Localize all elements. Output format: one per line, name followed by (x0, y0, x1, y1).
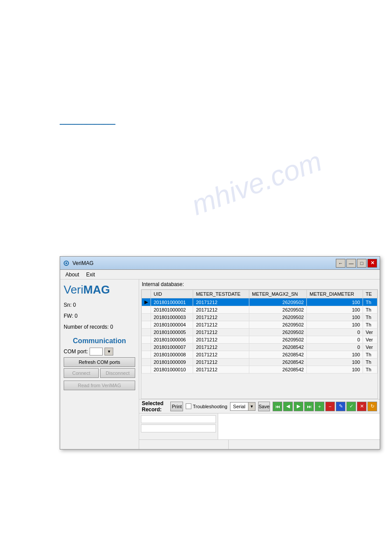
cell-date: 20171212 (193, 344, 249, 351)
row-arrow (142, 321, 151, 329)
cell-te: Th (363, 298, 378, 306)
cell-te: Th (363, 366, 378, 374)
cell-diameter: 100 (307, 351, 363, 359)
nav-next-icon[interactable]: ▶ (294, 402, 303, 411)
cell-date: 20171212 (193, 306, 249, 314)
database-label: Internal database: (139, 279, 380, 289)
disconnect-button[interactable]: Disconnect (100, 368, 135, 378)
selected-record-label: Selected Record: (142, 400, 166, 413)
title-bar-left: VeriMAG (63, 260, 94, 267)
svg-point-1 (65, 262, 67, 264)
cell-date: 20171212 (193, 314, 249, 321)
left-panel: VeriMAG Sn: 0 FW: 0 Number of records: 0… (60, 279, 139, 449)
col-diameter[interactable]: METER_DIAMETER (307, 290, 363, 298)
col-arrow (142, 290, 151, 298)
window-title: VeriMAG (72, 260, 94, 266)
cell-diameter: 100 (307, 366, 363, 374)
bottom-toolbar: Selected Record: Print Troubleshooting S… (139, 399, 380, 413)
row-arrow (142, 366, 151, 374)
cell-diameter: 0 (307, 336, 363, 344)
save-button[interactable]: Save (258, 402, 270, 411)
communication-section: Communication COM port: ▼ Refresh COM po… (64, 337, 135, 392)
refresh-icon[interactable]: ↻ (367, 402, 377, 411)
records-info: Number of records: 0 (64, 323, 135, 331)
toolbar-icons: ⏮◀▶⏭+−✎✓✕↻ (273, 402, 377, 411)
menu-about[interactable]: About (62, 271, 83, 279)
table-row[interactable]: 201801000004 20171212 26209502 100 Th (142, 321, 378, 329)
cell-sn: 26209502 (249, 306, 307, 314)
maximize-button[interactable]: □ (357, 259, 367, 268)
read-from-verimag-button[interactable]: Read from VeriMAG (64, 381, 135, 390)
serial-dropdown-arrow[interactable]: ▼ (248, 402, 255, 411)
cell-diameter: 0 (307, 329, 363, 336)
right-panel: Internal database: UID METER_TESTDATE ME… (139, 279, 380, 449)
status-left (141, 440, 229, 449)
col-testdate[interactable]: METER_TESTDATE (193, 290, 249, 298)
table-row[interactable]: 201801000005 20171212 26209502 0 Ver (142, 329, 378, 336)
minimize-button[interactable]: — (346, 259, 356, 268)
table-container[interactable]: UID METER_TESTDATE METER_MAGX2_SN METER_… (141, 289, 378, 399)
print-button[interactable]: Print (170, 402, 183, 411)
cell-te: Th (363, 306, 378, 314)
cell-sn: 26209502 (249, 336, 307, 344)
row-arrow (142, 351, 151, 359)
refresh-com-ports-button[interactable]: Refresh COM ports (64, 357, 135, 367)
row-arrow (142, 344, 151, 351)
cell-uid: 201801000007 (151, 344, 193, 351)
table-row[interactable]: ▶ 201801000001 20171212 26209502 100 Th (142, 298, 378, 306)
troubleshoot-label: Troubleshooting (193, 404, 227, 409)
menu-exit[interactable]: Exit (83, 271, 98, 279)
table-row[interactable]: 201801000007 20171212 26208542 0 Ver (142, 344, 378, 351)
table-row[interactable]: 201801000003 20171212 26209502 100 Th (142, 314, 378, 321)
menu-bar: About Exit (60, 270, 380, 279)
nav-prev-icon[interactable]: ◀ (283, 402, 293, 411)
cancel-edit-icon[interactable]: ✕ (357, 402, 367, 411)
close-button[interactable]: ✕ (367, 259, 377, 268)
cell-te: Ver (363, 344, 378, 351)
nav-last-icon[interactable]: ⏭ (304, 402, 314, 411)
cell-date: 20171212 (193, 351, 249, 359)
fw-info: FW: 0 (64, 312, 135, 320)
com-port-dropdown[interactable]: ▼ (104, 348, 113, 355)
record-field-2[interactable] (141, 424, 216, 432)
col-uid[interactable]: UID (151, 290, 193, 298)
table-row[interactable]: 201801000009 20171212 26208542 100 Th (142, 359, 378, 366)
row-arrow: ▶ (142, 298, 151, 306)
table-row[interactable]: 201801000006 20171212 26209502 0 Ver (142, 336, 378, 344)
troubleshoot-checkbox[interactable] (186, 403, 191, 409)
record-field-1[interactable] (141, 415, 216, 423)
table-row[interactable]: 201801000008 20171212 26208542 100 Th (142, 351, 378, 359)
confirm-icon[interactable]: ✓ (346, 402, 356, 411)
cell-te: Th (363, 351, 378, 359)
cell-diameter: 100 (307, 298, 363, 306)
cell-date: 20171212 (193, 329, 249, 336)
link-text[interactable]: ___________________ (60, 119, 115, 125)
col-sn[interactable]: METER_MAGX2_SN (249, 290, 307, 298)
serial-dropdown: Serial ▼ (230, 402, 255, 411)
table-row[interactable]: 201801000002 20171212 26209502 100 Th (142, 306, 378, 314)
row-arrow (142, 306, 151, 314)
comm-title: Communication (64, 337, 135, 345)
add-icon[interactable]: + (315, 402, 324, 411)
selected-record-area (139, 413, 380, 439)
back-button[interactable]: ← (336, 259, 345, 268)
main-content: VeriMAG Sn: 0 FW: 0 Number of records: 0… (60, 279, 380, 449)
cell-te: Ver (363, 329, 378, 336)
cell-uid: 201801000009 (151, 359, 193, 366)
cell-te: Ver (363, 336, 378, 344)
remove-icon[interactable]: − (325, 402, 335, 411)
edit-icon[interactable]: ✎ (336, 402, 345, 411)
col-te[interactable]: TE (363, 290, 378, 298)
row-arrow (142, 359, 151, 366)
cell-sn: 26209502 (249, 314, 307, 321)
nav-first-icon[interactable]: ⏮ (273, 402, 282, 411)
com-port-input[interactable] (90, 348, 103, 355)
selected-record-fields (139, 414, 218, 439)
cell-diameter: 100 (307, 306, 363, 314)
cell-diameter: 0 (307, 344, 363, 351)
cell-sn: 26208542 (249, 344, 307, 351)
connect-button[interactable]: Connect (64, 368, 99, 378)
logo-veri: Veri (64, 283, 83, 296)
table-row[interactable]: 201801000010 20171212 26208542 100 Th (142, 366, 378, 374)
app-window: VeriMAG ← — □ ✕ About Exit VeriMAG Sn: 0… (60, 256, 380, 450)
